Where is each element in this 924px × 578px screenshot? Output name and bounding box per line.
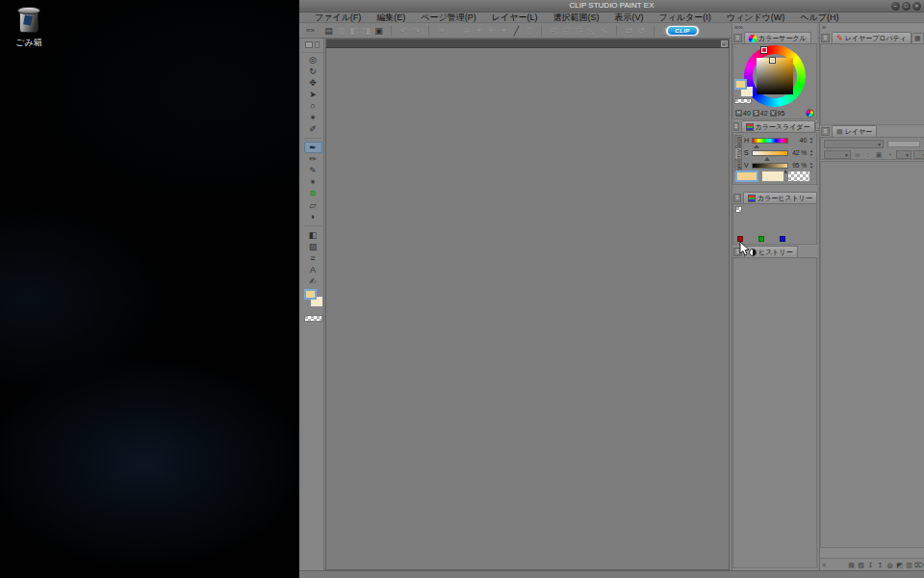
history-color-blue[interactable] <box>780 236 785 242</box>
slider-track[interactable] <box>752 138 788 144</box>
recycle-bin-icon[interactable]: ごみ箱 <box>8 6 50 49</box>
text-tool[interactable]: A <box>304 264 322 276</box>
close-button[interactable]: × <box>912 2 921 11</box>
tool-palette-window-icon[interactable] <box>305 41 313 48</box>
sv-marker[interactable] <box>770 58 775 63</box>
ruler-icon[interactable]: ▯ <box>523 25 535 38</box>
tab-color-slider[interactable]: カラースライダー <box>741 120 815 132</box>
menu-item[interactable]: ファイル(F) <box>307 13 369 23</box>
airbrush-tool[interactable]: ✴ <box>304 176 322 188</box>
hue-marker[interactable] <box>761 47 767 53</box>
expression-combo[interactable]: ▼ <box>824 150 851 159</box>
menu-item[interactable]: ウィンドウ(W) <box>719 13 793 23</box>
delete-layer-icon[interactable]: ⌦ <box>914 561 923 569</box>
move-tool[interactable]: ✥ <box>304 77 322 89</box>
sv-square[interactable] <box>757 58 793 94</box>
menu-item[interactable]: ヘルプ(H) <box>792 13 846 23</box>
open-page-icon[interactable]: ▥ <box>335 25 347 38</box>
transparent-color-swatch[interactable] <box>304 315 322 322</box>
select-shape-icon[interactable]: ◺ <box>585 25 598 38</box>
rotate-view-icon[interactable]: ↺ <box>635 25 648 38</box>
auto-select-tool[interactable]: ✶ <box>304 112 322 123</box>
menu-item[interactable]: フィルター(I) <box>651 13 718 23</box>
main-color-swatch[interactable] <box>734 79 747 90</box>
gradient-tool[interactable]: ▧ <box>304 241 322 252</box>
tab-layer-property[interactable]: ✎ レイヤープロパティ <box>832 32 911 43</box>
document-strip-button[interactable]: ▪ <box>721 40 728 47</box>
snap-guide-icon[interactable]: ✳ <box>498 25 510 38</box>
tab-layer-property-extra[interactable]: ▦ <box>911 33 924 43</box>
page-back-icon[interactable]: ◧ <box>347 25 360 38</box>
collapse-toolbar-left-icon[interactable]: «» <box>306 23 315 38</box>
line-correct-tool[interactable]: ✍ <box>304 276 322 287</box>
tool-palette-pin-icon[interactable] <box>315 41 320 48</box>
layer-color-icon[interactable]: ◩ <box>895 561 904 569</box>
pen-tool[interactable]: ✒ <box>304 142 322 153</box>
eraser-tool[interactable]: ▱ <box>304 199 322 211</box>
undo-icon[interactable]: ↶ <box>398 25 410 38</box>
create-mask-icon[interactable]: ◍ <box>886 561 894 569</box>
slider-mode-tab[interactable]: HSV <box>734 147 742 160</box>
panel-menu-icon[interactable]: ≡ <box>733 122 739 131</box>
titlebar[interactable]: CLIP STUDIO PAINT EX −□× <box>299 0 924 13</box>
main-color-swatch[interactable] <box>304 289 317 300</box>
decoration-tool[interactable]: ❁ <box>304 188 322 199</box>
lock-alpha-icon[interactable]: ◔ <box>885 150 894 159</box>
minimize-button[interactable]: − <box>891 2 900 11</box>
tab-history[interactable]: ヒストリー <box>744 246 798 257</box>
snap-ruler-icon[interactable]: ⊕ <box>460 25 473 38</box>
rotate-tool[interactable]: ↻ <box>304 66 322 77</box>
selection-tool[interactable]: ○ <box>304 100 322 112</box>
figure-tool[interactable]: ≡ <box>304 252 322 264</box>
panel-menu-icon[interactable]: ≡ <box>821 127 830 136</box>
maximize-button[interactable]: □ <box>902 2 911 11</box>
vector-correct-icon[interactable]: ✑ <box>435 25 448 38</box>
transparent-history-chip[interactable] <box>735 206 742 213</box>
clip-web-button[interactable]: CLIP <box>665 25 700 37</box>
clip-at-layer-icon[interactable]: ∞ <box>853 150 862 159</box>
main-color-swatch[interactable] <box>735 171 758 182</box>
tab-color-history[interactable]: カラーヒストリー <box>743 192 817 203</box>
slider-marker[interactable] <box>764 157 770 161</box>
brush-tool[interactable]: ✎ <box>304 165 322 176</box>
new-folder-icon[interactable]: ▧ <box>857 561 865 569</box>
layer-list-options-icon[interactable]: ≡ <box>822 562 826 568</box>
menu-item[interactable]: ページ管理(P) <box>413 13 483 23</box>
lock-layer-icon[interactable]: ▣ <box>874 150 884 159</box>
slider-spinner[interactable]: ▲▼ <box>808 149 814 157</box>
merge-down-icon[interactable]: ↥ <box>876 561 885 569</box>
transfer-down-icon[interactable]: ↧ <box>866 561 875 569</box>
tab-layer[interactable]: ▤ レイヤー <box>832 125 877 137</box>
slider-mode-tab[interactable]: RGB <box>734 135 742 147</box>
mini-color-wheel-icon[interactable] <box>806 109 814 118</box>
transparent-color-swatch[interactable] <box>734 98 752 104</box>
eyedropper-tool[interactable]: ✐ <box>304 123 322 135</box>
menu-item[interactable]: 選択範囲(S) <box>545 13 606 23</box>
reference-layer-icon[interactable]: : <box>863 150 873 159</box>
slider-spinner[interactable]: ▲▼ <box>808 162 814 170</box>
snap-grid-icon[interactable]: ✳ <box>485 25 498 38</box>
opacity-bar[interactable] <box>887 141 920 147</box>
flip-view-icon[interactable]: ⇄ <box>623 25 635 38</box>
fill-tool[interactable]: ◧ <box>304 229 322 241</box>
slider-track[interactable] <box>752 163 788 169</box>
new-page-icon[interactable]: ▤ <box>322 25 335 38</box>
select-add-icon[interactable]: ◱ <box>560 25 573 38</box>
panel-menu-icon[interactable]: ≡ <box>733 194 741 202</box>
snap-special-ruler-icon[interactable]: ✳ <box>473 25 485 38</box>
layer-combo-2[interactable]: ▼ <box>913 150 924 159</box>
layer-combo-1[interactable]: ▼ <box>896 150 911 159</box>
open-folder-icon[interactable]: ▣ <box>372 25 385 38</box>
zoom-tool[interactable]: ◎ <box>304 54 322 66</box>
operation-tool[interactable]: ➤ <box>304 89 322 100</box>
slider-spinner[interactable]: ▲▼ <box>808 137 814 144</box>
page-forward-icon[interactable]: ◨ <box>360 25 372 38</box>
menu-item[interactable]: レイヤー(L) <box>484 13 546 23</box>
line-width-icon[interactable]: ╱ <box>510 25 523 38</box>
new-layer-icon[interactable]: ▤ <box>847 561 856 569</box>
menu-item[interactable]: 表示(V) <box>606 13 651 23</box>
two-pane-icon[interactable]: ▥ <box>905 561 913 569</box>
select-pen-icon[interactable]: ∿ <box>598 25 610 38</box>
select-rect-icon[interactable]: ◰ <box>548 25 560 38</box>
slider-marker[interactable] <box>754 144 759 148</box>
